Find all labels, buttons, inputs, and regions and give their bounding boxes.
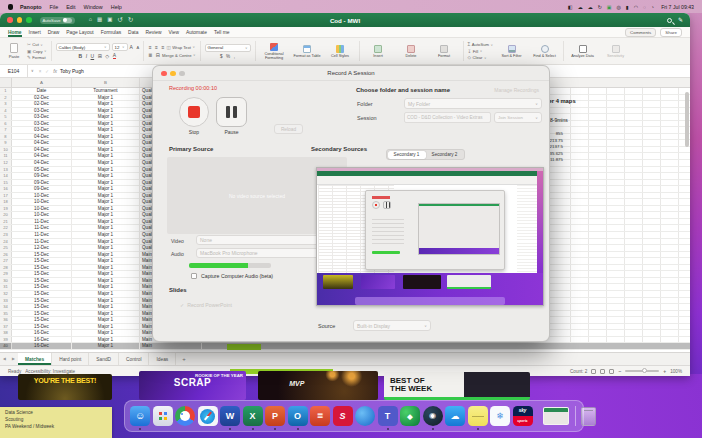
cloud-app-icon[interactable]: ☁: [445, 406, 465, 426]
battery-icon[interactable]: ▮: [626, 4, 629, 10]
merge-icon[interactable]: ⊟: [156, 52, 160, 58]
format-as-table-button[interactable]: Format as Table: [293, 39, 322, 63]
sort-filter-button[interactable]: Sort & Filter: [497, 39, 526, 63]
name-box[interactable]: E104: [0, 65, 28, 77]
confirm-icon[interactable]: ✓: [45, 69, 49, 74]
cell-styles-button[interactable]: Cell Styles: [326, 39, 355, 63]
autosave-toggle[interactable]: AutoSave: [40, 17, 75, 24]
name-box-chevron-icon[interactable]: ∨: [31, 69, 34, 73]
spotlight-icon[interactable]: ◌: [643, 4, 646, 10]
capture-audio-label[interactable]: Capture Computer Audio (beta): [201, 273, 273, 279]
ribbon-tab[interactable]: Automate: [186, 27, 207, 37]
apple-menu-icon[interactable]: [8, 4, 13, 10]
format-cells-button[interactable]: Format: [430, 39, 459, 63]
zoom-slider-knob[interactable]: [642, 368, 647, 373]
pause-button[interactable]: [216, 97, 247, 127]
ribbon-tab[interactable]: Review: [145, 27, 161, 37]
search-icon[interactable]: [667, 18, 672, 23]
powerpoint-icon[interactable]: P: [265, 406, 285, 426]
dock-divider[interactable]: [575, 406, 576, 426]
font-color-button[interactable]: A: [113, 53, 116, 59]
edit-pencil-icon[interactable]: ✎: [678, 17, 683, 23]
zoom-out-icon[interactable]: −: [618, 368, 621, 374]
zoom-level[interactable]: 100%: [670, 369, 682, 374]
excel-icon[interactable]: X: [243, 406, 263, 426]
manage-recordings-link[interactable]: Manage Recordings: [494, 87, 539, 93]
minimized-window-icon[interactable]: [543, 407, 569, 425]
ribbon-tab[interactable]: Home: [8, 27, 22, 37]
share-button[interactable]: Share: [660, 28, 682, 37]
table-row[interactable]: 4016-DecMajor 1Main: [0, 343, 690, 350]
add-sheet-button[interactable]: +: [176, 353, 192, 365]
chrome-icon[interactable]: [175, 406, 195, 426]
cloud-icon[interactable]: ☁: [588, 4, 593, 10]
sheet-tab[interactable]: Ideas: [149, 353, 176, 365]
ribbon-tab[interactable]: Tell me: [214, 27, 230, 37]
display-source-dropdown[interactable]: Built-in Display∨: [353, 320, 431, 331]
zoom-in-icon[interactable]: +: [663, 368, 666, 374]
font-size-select[interactable]: 12∨: [112, 43, 128, 51]
page-layout-view-icon[interactable]: [600, 369, 605, 374]
snowflake-app-icon[interactable]: ❄: [490, 406, 510, 426]
number-format-select[interactable]: General∨: [205, 44, 251, 52]
merge-centre-button[interactable]: Merge & Centre∨: [162, 53, 196, 58]
clear-button[interactable]: ◇Clear∨: [468, 55, 494, 60]
safari-icon[interactable]: [198, 406, 218, 426]
align-center-icon[interactable]: ≡: [155, 44, 158, 50]
ribbon-tab[interactable]: View: [169, 27, 180, 37]
stickies-icon[interactable]: [468, 406, 488, 426]
borders-button[interactable]: ⊞: [98, 53, 102, 59]
sticky-note[interactable]: Data ScienceScoutingPA Weekend / Midweek: [0, 407, 112, 438]
minimize-button[interactable]: [17, 17, 23, 23]
currency-button[interactable]: $: [220, 54, 223, 59]
grow-font-button[interactable]: A: [130, 44, 133, 50]
sky-app-icon[interactable]: S: [333, 406, 353, 426]
cancel-icon[interactable]: ×: [39, 69, 42, 74]
fill-button[interactable]: ↧Fill∨: [468, 49, 494, 54]
column-header[interactable]: B: [72, 78, 140, 87]
vertical-scrollbar[interactable]: [685, 92, 689, 252]
undo-icon[interactable]: ↺: [117, 17, 122, 24]
ribbon-tab[interactable]: Formulas: [101, 27, 121, 37]
wifi-icon[interactable]: ◠: [634, 4, 638, 10]
steam-icon[interactable]: ◉: [423, 406, 443, 426]
thumb-mvp[interactable]: MVP: [258, 371, 378, 400]
find-select-button[interactable]: Find & Select: [530, 39, 559, 63]
insert-cells-button[interactable]: Insert: [364, 39, 393, 63]
finder-icon[interactable]: ☺: [130, 406, 150, 426]
close-button[interactable]: [7, 17, 13, 23]
thumb-youre-the-best[interactable]: YOU'RE THE BEST!: [18, 374, 112, 400]
trash-icon[interactable]: [581, 407, 596, 426]
blue-app-icon[interactable]: [355, 406, 375, 426]
percent-button[interactable]: %: [226, 54, 230, 59]
menu-item[interactable]: Edit: [66, 4, 75, 10]
control-center-icon[interactable]: ◔: [651, 4, 654, 10]
wrap-text-button[interactable]: ◫Wrap Text∨: [166, 45, 194, 50]
sheet-tab[interactable]: Matches: [18, 353, 52, 365]
ribbon-tab[interactable]: Insert: [29, 27, 41, 37]
menu-item[interactable]: Window: [84, 4, 103, 10]
sheet-tab[interactable]: Hard point: [52, 353, 89, 365]
teams-icon[interactable]: T: [378, 406, 398, 426]
ribbon-tab[interactable]: Page Layout: [66, 27, 93, 37]
column-header[interactable]: A: [12, 78, 72, 87]
redo-icon[interactable]: ↻: [128, 17, 133, 24]
cloud-sync-icon[interactable]: ☁: [578, 4, 583, 10]
conditional-formatting-button[interactable]: Conditional Formatting: [260, 39, 289, 63]
word-icon[interactable]: W: [220, 406, 240, 426]
sky-sports-icon[interactable]: skysports: [513, 406, 533, 426]
next-sheet-icon[interactable]: ▶: [9, 353, 18, 365]
font-name-select[interactable]: Calibri (Body)∨: [56, 43, 110, 51]
accessibility-status[interactable]: Accessibility: Investigate: [25, 369, 75, 374]
comments-button[interactable]: Comments: [625, 28, 656, 37]
grid-icon[interactable]: ▦: [97, 17, 102, 24]
delete-cells-button[interactable]: Delete: [397, 39, 426, 63]
sheet-tab[interactable]: Control: [119, 353, 149, 365]
cut-button[interactable]: ✂Cut∨: [27, 42, 47, 47]
fill-color-button[interactable]: ◇: [105, 53, 109, 59]
ribbon-tab[interactable]: Draw: [48, 27, 59, 37]
menu-item[interactable]: File: [50, 4, 59, 10]
launchpad-icon[interactable]: [153, 406, 173, 426]
focus-icon[interactable]: ◎: [617, 4, 621, 10]
page-break-view-icon[interactable]: [609, 369, 614, 374]
